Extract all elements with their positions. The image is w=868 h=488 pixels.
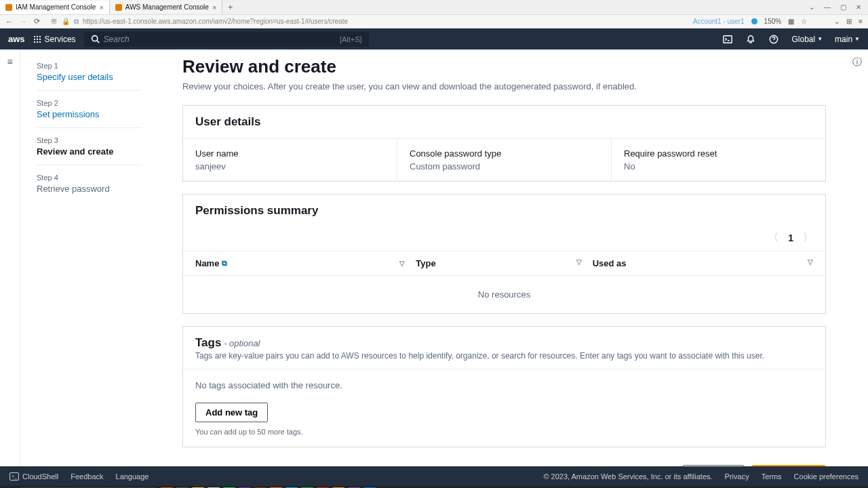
forward-icon: → (20, 18, 27, 26)
tab-favicon (115, 4, 122, 11)
search-icon (91, 35, 100, 43)
wizard-step-2[interactable]: Step 2 Set permissions (37, 99, 142, 128)
services-label: Services (45, 35, 76, 44)
password-type-field: Console password type Custom password (397, 139, 612, 181)
pager-next-icon[interactable]: 〉 (803, 231, 813, 244)
account-label[interactable]: Account1 - user1 (693, 18, 745, 25)
tab-title: AWS Management Console (125, 3, 209, 11)
account-menu[interactable]: main▼ (835, 35, 860, 44)
add-tag-button[interactable]: Add new tag (195, 403, 268, 422)
close-icon[interactable]: × (212, 3, 216, 12)
help-icon[interactable] (768, 34, 779, 45)
tab-favicon (5, 4, 12, 11)
permission-icon: ⧉ (74, 18, 79, 26)
terms-link[interactable]: Terms (762, 472, 782, 481)
cookies-link[interactable]: Cookie preferences (794, 472, 859, 481)
bell-icon[interactable] (745, 34, 756, 45)
caret-down-icon: ▼ (854, 36, 860, 42)
svg-rect-2 (724, 35, 732, 43)
aws-logo[interactable]: aws (8, 34, 25, 44)
tags-description: Tags are key-value pairs you can add to … (183, 351, 825, 369)
sort-icon[interactable]: ▽ (399, 260, 405, 267)
svg-point-0 (92, 36, 97, 41)
maximize-icon[interactable]: ▢ (840, 3, 846, 11)
chevron-down-icon[interactable]: ⌄ (809, 3, 814, 11)
new-tab-button[interactable]: + (222, 3, 238, 12)
region-selector[interactable]: Global▼ (791, 35, 823, 44)
info-icon[interactable]: ⓘ (852, 56, 862, 67)
user-details-card: User details User name sanjeev Console p… (182, 105, 826, 182)
wizard-step-1[interactable]: Step 1 Specify user details (37, 62, 142, 91)
feedback-link[interactable]: Feedback (71, 472, 103, 481)
page-description: Review your choices. After you create th… (182, 81, 826, 92)
browser-tab[interactable]: AWS Management Console × (110, 1, 222, 14)
tags-optional: - optional (221, 338, 260, 348)
cloudshell-link[interactable]: >_CloudShell (9, 472, 58, 481)
permissions-card: Permissions summary 〈 1 〉 Name ⧉▽ Type▽ … (182, 194, 826, 314)
tags-card: Tags - optional Tags are key-value pairs… (182, 326, 826, 447)
permissions-empty: No resources (183, 275, 825, 313)
user-details-heading: User details (183, 106, 825, 138)
shield-icon: ⛨ (51, 18, 58, 25)
copyright: © 2023, Amazon Web Services, Inc. or its… (543, 472, 712, 481)
browser-addressbar: ← → ⟳ ⛨ 🔒 ⧉ https://us-east-1.console.aw… (0, 15, 868, 28)
lock-icon: 🔒 (62, 18, 70, 25)
browser-tabstrip: IAM Management Console × AWS Management … (0, 0, 868, 15)
bookmark-icon[interactable]: ☆ (801, 18, 807, 25)
language-link[interactable]: Language (116, 472, 149, 481)
pager-prev-icon[interactable]: 〈 (768, 231, 778, 244)
qr-icon[interactable]: ▦ (788, 18, 794, 25)
permissions-heading: Permissions summary (183, 195, 825, 227)
grid-icon (33, 35, 41, 43)
close-icon[interactable]: ✕ (856, 3, 861, 11)
browser-tab-active[interactable]: IAM Management Console × (0, 1, 110, 14)
privacy-link[interactable]: Privacy (725, 472, 749, 481)
close-icon[interactable]: × (99, 3, 103, 12)
search-placeholder: Search (104, 35, 336, 44)
minimize-icon[interactable]: — (824, 3, 831, 11)
cloudshell-icon[interactable] (722, 34, 733, 45)
hamburger-icon[interactable]: ≡ (7, 56, 12, 67)
aws-top-nav: aws Services Search [Alt+S] Global▼ main… (0, 28, 868, 49)
require-reset-field: Require password reset No (612, 139, 825, 181)
extensions-icon[interactable]: ⊞ (846, 18, 852, 25)
wizard-sidebar: Step 1 Specify user details Step 2 Set p… (20, 49, 153, 466)
tab-title: IAM Management Console (16, 3, 96, 11)
caret-down-icon: ▼ (817, 36, 823, 42)
back-icon[interactable]: ← (5, 18, 13, 26)
user-name-field: User name sanjeev (183, 139, 397, 181)
pocket-icon[interactable]: ⌄ (834, 18, 840, 25)
sort-icon[interactable]: ▽ (576, 258, 582, 266)
container-indicator-icon (751, 18, 757, 24)
tags-limit: You can add up to 50 more tags. (195, 428, 813, 436)
terminal-icon: >_ (9, 472, 19, 481)
search-hint: [Alt+S] (340, 35, 362, 43)
tags-empty: No tags associated with the resource. (195, 380, 813, 390)
cancel-button[interactable]: Cancel (620, 465, 675, 466)
menu-icon[interactable]: ≡ (859, 18, 863, 25)
wizard-step-4: Step 4 Retrieve password (37, 174, 142, 202)
search-input[interactable]: Search [Alt+S] (84, 32, 369, 47)
wizard-step-3: Step 3 Review and create (37, 136, 142, 165)
create-user-button[interactable]: Create user (751, 465, 826, 466)
zoom-level[interactable]: 150% (764, 18, 782, 25)
sort-icon[interactable]: ▽ (808, 258, 813, 266)
svg-line-1 (97, 41, 99, 43)
previous-button[interactable]: Previous (682, 465, 745, 466)
page-title: Review and create (182, 56, 826, 77)
permissions-table-header: Name ⧉▽ Type▽ Used as▽ (183, 251, 825, 275)
pager-current: 1 (788, 232, 793, 243)
url-text: https://us-east-1.console.aws.amazon.com… (83, 18, 348, 25)
reload-icon[interactable]: ⟳ (34, 17, 40, 26)
main-content: Review and create Review your choices. A… (153, 49, 846, 466)
external-link-icon: ⧉ (222, 259, 227, 268)
tags-heading: Tags (195, 336, 221, 349)
services-menu[interactable]: Services (33, 35, 76, 44)
aws-footer: >_CloudShell Feedback Language © 2023, A… (0, 466, 868, 486)
wizard-actions: Cancel Previous Create user (182, 460, 826, 466)
url-input[interactable]: ⛨ 🔒 ⧉ https://us-east-1.console.aws.amaz… (47, 18, 686, 26)
